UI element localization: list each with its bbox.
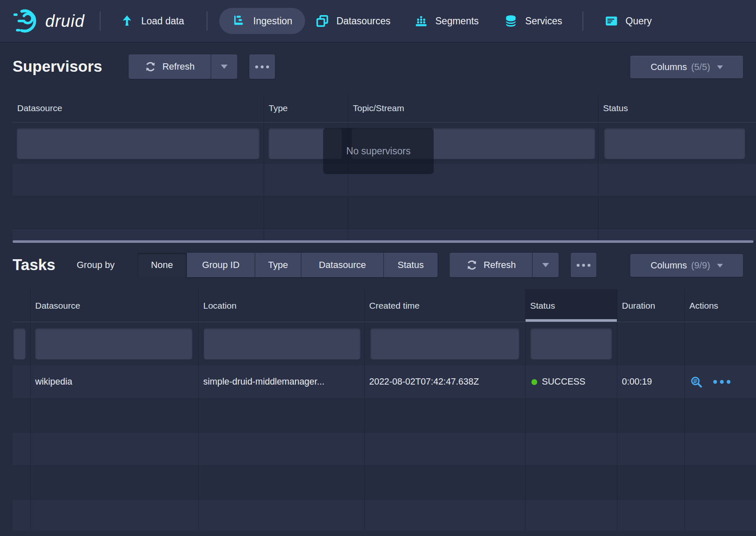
druid-logo-icon bbox=[13, 8, 39, 34]
caret-down-icon bbox=[717, 264, 723, 268]
group-by-type-button[interactable]: Type bbox=[255, 253, 301, 277]
more-icon bbox=[577, 264, 590, 267]
cell-location: simple-druid-middlemanager... bbox=[199, 365, 365, 398]
cell-created-time: 2022-08-02T07:42:47.638Z bbox=[365, 365, 526, 398]
more-icon bbox=[255, 65, 269, 68]
status-filter-input[interactable] bbox=[531, 328, 612, 359]
empty-row bbox=[13, 399, 756, 432]
no-supervisors-overlay: No supervisors bbox=[323, 128, 434, 174]
column-header-topic-stream[interactable]: Topic/Stream bbox=[348, 94, 598, 122]
tasks-header-row: Datasource Location Created time Status … bbox=[13, 289, 756, 322]
columns-label: Columns bbox=[650, 62, 687, 73]
tasks-columns-button[interactable]: Columns (9/9) bbox=[630, 254, 743, 277]
ingestion-icon bbox=[232, 14, 246, 28]
nav-item-label: Ingestion bbox=[253, 16, 292, 27]
supervisors-more-button[interactable] bbox=[249, 55, 275, 79]
column-header-datasource[interactable]: Datasource bbox=[13, 94, 264, 122]
datasources-icon bbox=[315, 14, 329, 28]
nav-item-label: Datasources bbox=[337, 16, 391, 27]
tasks-refresh-button[interactable]: Refresh bbox=[450, 253, 532, 277]
tasks-refresh-caret-button[interactable] bbox=[532, 253, 559, 277]
column-header-duration[interactable]: Duration bbox=[617, 289, 685, 322]
nav-item-query[interactable]: Query bbox=[604, 14, 652, 28]
column-header-actions[interactable]: Actions bbox=[685, 289, 756, 322]
supervisors-header-row: Datasource Type Topic/Stream Status bbox=[13, 94, 756, 122]
top-nav-bar: druid Load data Ingestion Datasources bbox=[0, 0, 756, 42]
refresh-icon bbox=[145, 61, 156, 73]
supervisors-refresh-caret-button[interactable] bbox=[211, 55, 237, 79]
nav-item-label: Query bbox=[626, 16, 652, 27]
brand-wordmark: druid bbox=[45, 12, 85, 31]
group-by-datasource-button[interactable]: Datasource bbox=[301, 253, 384, 277]
group-by-group-id-button[interactable]: Group ID bbox=[187, 253, 255, 277]
supervisors-columns-button[interactable]: Columns (5/5) bbox=[630, 56, 743, 78]
group-by-label: Group by bbox=[77, 252, 115, 278]
column-header-type[interactable]: Type bbox=[264, 94, 348, 122]
status-badge[interactable]: SUCCESS bbox=[526, 365, 617, 398]
caret-down-icon bbox=[221, 65, 228, 69]
column-header-location[interactable]: Location bbox=[199, 289, 365, 322]
column-header-created-time[interactable]: Created time bbox=[365, 289, 526, 322]
gutter-filter-input[interactable] bbox=[13, 328, 26, 359]
column-header-datasource[interactable]: Datasource bbox=[31, 289, 199, 322]
segments-icon bbox=[414, 14, 428, 28]
columns-count: (9/9) bbox=[691, 260, 710, 271]
query-icon bbox=[604, 14, 619, 28]
tasks-filter-row bbox=[13, 322, 756, 365]
nav-item-datasources[interactable]: Datasources bbox=[315, 14, 391, 28]
nav-item-label: Load data bbox=[141, 16, 184, 27]
empty-row bbox=[13, 229, 756, 240]
datasource-filter-input[interactable] bbox=[35, 328, 192, 359]
horizontal-scrollbar-thumb[interactable] bbox=[13, 240, 753, 243]
group-by-button-group: None Group ID Type Datasource Status bbox=[137, 253, 438, 277]
columns-count: (5/5) bbox=[691, 62, 710, 73]
columns-label: Columns bbox=[650, 260, 687, 271]
column-header-status-sorted[interactable]: Status bbox=[526, 289, 617, 322]
cell-datasource[interactable]: wikipedia bbox=[31, 365, 199, 398]
refresh-label: Refresh bbox=[162, 61, 194, 72]
status-text: SUCCESS bbox=[542, 377, 585, 387]
nav-item-load-data[interactable]: Load data bbox=[120, 14, 184, 28]
datasource-filter-input[interactable] bbox=[17, 128, 259, 159]
nav-item-label: Services bbox=[525, 16, 562, 27]
load-data-icon bbox=[120, 14, 134, 28]
caret-down-icon bbox=[542, 263, 549, 267]
success-dot-icon bbox=[531, 379, 537, 385]
empty-message: No supervisors bbox=[346, 146, 410, 157]
empty-row bbox=[13, 432, 756, 466]
empty-row bbox=[13, 196, 756, 229]
supervisors-refresh-split-button: Refresh bbox=[129, 55, 237, 79]
refresh-label: Refresh bbox=[484, 260, 516, 271]
refresh-icon bbox=[466, 259, 478, 271]
nav-item-ingestion[interactable]: Ingestion bbox=[219, 8, 305, 34]
supervisors-title: Supervisors bbox=[13, 54, 102, 80]
nav-item-label: Segments bbox=[435, 16, 479, 27]
group-by-none-button[interactable]: None bbox=[137, 253, 187, 277]
column-header-gutter[interactable] bbox=[13, 289, 31, 322]
cell-duration: 0:00:19 bbox=[617, 365, 685, 398]
location-filter-input[interactable] bbox=[204, 328, 360, 359]
services-icon bbox=[504, 14, 518, 28]
group-by-status-button[interactable]: Status bbox=[384, 253, 438, 277]
empty-row bbox=[13, 500, 756, 531]
tasks-table: Datasource Location Created time Status … bbox=[13, 289, 756, 531]
column-header-status[interactable]: Status bbox=[598, 94, 756, 122]
tasks-title: Tasks bbox=[13, 252, 55, 278]
nav-divider bbox=[583, 11, 583, 31]
status-filter-input[interactable] bbox=[604, 128, 745, 159]
table-row-wikipedia[interactable]: wikipedia simple-druid-middlemanager... … bbox=[13, 365, 756, 399]
nav-item-services[interactable]: Services bbox=[504, 14, 562, 28]
empty-row bbox=[13, 466, 756, 500]
task-actions-more-icon[interactable] bbox=[713, 380, 730, 384]
druid-logo: druid bbox=[13, 8, 85, 34]
nav-divider bbox=[207, 11, 207, 31]
created-time-filter-input[interactable] bbox=[370, 328, 519, 359]
task-details-magnifier-icon[interactable] bbox=[690, 375, 703, 389]
tasks-refresh-split-button: Refresh bbox=[450, 253, 559, 277]
supervisors-refresh-button[interactable]: Refresh bbox=[129, 55, 211, 79]
tasks-more-button[interactable] bbox=[571, 253, 596, 277]
nav-item-segments[interactable]: Segments bbox=[414, 14, 479, 28]
caret-down-icon bbox=[717, 65, 723, 69]
supervisors-table: Datasource Type Topic/Stream Status No s… bbox=[13, 94, 756, 243]
nav-divider bbox=[100, 11, 101, 31]
